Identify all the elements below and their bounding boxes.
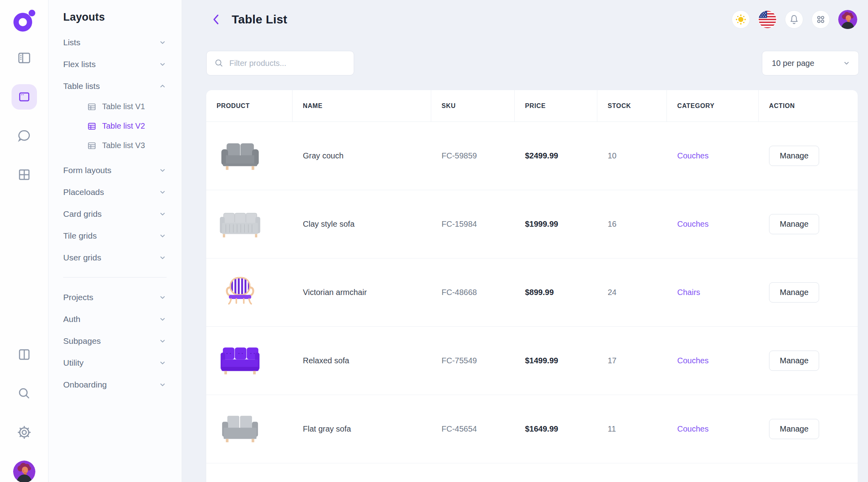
chevron-down-icon [159, 188, 167, 196]
product-sku: FC-75549 [442, 356, 477, 365]
grid-2x2-icon [17, 167, 32, 182]
table-row: Flat gray sofa FC-45654 $1649.99 11 Couc… [206, 395, 858, 463]
language-button[interactable] [758, 10, 777, 29]
chevron-down-icon [159, 166, 167, 174]
filter-products-field [206, 51, 354, 75]
brand-logo-icon [13, 9, 36, 32]
sidebar-item-label: Card grids [63, 209, 102, 219]
rail-user-avatar[interactable] [0, 461, 48, 482]
manage-button[interactable]: Manage [769, 419, 819, 439]
sidebar-item-label: Table list V3 [102, 141, 145, 150]
rail-item-search[interactable] [0, 384, 48, 403]
sidebar-item-utility[interactable]: Utility [63, 352, 167, 374]
avatar [13, 461, 35, 482]
chevron-down-icon [843, 59, 851, 67]
per-page-select[interactable]: 10 per page [762, 51, 859, 75]
sidebar-item-tile-grids[interactable]: Tile grids [63, 225, 167, 247]
column-header-sku: SKU [431, 90, 515, 121]
search-icon [17, 386, 32, 401]
sidebar-item-subpages[interactable]: Subpages [63, 330, 167, 352]
rail-item-chat[interactable] [0, 127, 48, 145]
manage-button[interactable]: Manage [769, 351, 819, 371]
per-page-value: 10 per page [772, 59, 814, 68]
sidebar-item-table-list-v2[interactable]: Table list V2 [63, 116, 167, 136]
product-image-victorian-armchair [217, 274, 263, 311]
manage-button[interactable]: Manage [769, 146, 819, 166]
product-image-clay-style-sofa [217, 206, 263, 243]
product-price: $2499.99 [525, 151, 558, 160]
sidebar-item-lists[interactable]: Lists [63, 31, 167, 53]
settings-gear-icon [17, 425, 32, 440]
sidebar-title: Layouts [63, 11, 167, 23]
product-name: Victorian armchair [303, 288, 367, 297]
category-link[interactable]: Couches [677, 424, 709, 434]
product-stock: 17 [608, 356, 616, 365]
bell-icon [789, 14, 800, 25]
product-stock: 11 [608, 424, 616, 434]
sidebar-item-card-grids[interactable]: Card grids [63, 203, 167, 225]
product-name: Gray couch [303, 151, 343, 160]
table-icon [87, 141, 97, 150]
category-link[interactable]: Couches [677, 151, 709, 160]
table-row-partial [206, 463, 858, 482]
active-rail-highlight [12, 84, 37, 110]
apps-button[interactable] [812, 10, 830, 29]
product-stock: 10 [608, 151, 616, 160]
category-link[interactable]: Couches [677, 356, 709, 365]
sidebar-item-label: Table lists [63, 81, 100, 91]
sidebar-item-label: Placeloads [63, 187, 104, 197]
product-sku: FC-48668 [442, 288, 477, 297]
chevron-down-icon [159, 254, 167, 262]
sidebar-item-label: Tile grids [63, 231, 97, 241]
window-icon [17, 90, 31, 104]
sidebar-item-projects[interactable]: Projects [63, 286, 167, 308]
column-header-stock: STOCK [597, 90, 667, 121]
sidebar-item-onboarding[interactable]: Onboarding [63, 374, 167, 395]
category-link[interactable]: Chairs [677, 288, 700, 297]
chevron-down-icon [159, 293, 167, 301]
back-button[interactable] [209, 11, 223, 28]
sidebar-item-form-layouts[interactable]: Form layouts [63, 159, 167, 181]
product-sku: FC-15984 [442, 220, 477, 229]
sidebar-item-label: Utility [63, 358, 83, 368]
table-row: Clay style sofa FC-15984 $1999.99 16 Cou… [206, 190, 858, 258]
sidebar-item-label: User grids [63, 253, 101, 262]
rail-item-grid[interactable] [0, 166, 48, 184]
us-flag-icon [758, 10, 777, 29]
sidebar-item-label: Onboarding [63, 380, 107, 389]
manage-button[interactable]: Manage [769, 214, 819, 234]
sun-icon [735, 13, 747, 25]
filter-products-input[interactable] [229, 59, 347, 68]
sidebar-item-user-grids[interactable]: User grids [63, 247, 167, 268]
theme-toggle-button[interactable] [732, 10, 750, 29]
product-image-relaxed-sofa [217, 342, 263, 380]
product-image-gray-couch [217, 137, 263, 175]
layouts-sidebar: Layouts Lists Flex lists Table lists Tab… [48, 0, 182, 482]
brand-logo[interactable] [0, 7, 48, 33]
split-columns-icon [17, 347, 32, 362]
category-link[interactable]: Couches [677, 220, 709, 229]
sidebar-item-label: Projects [63, 293, 93, 302]
product-price: $899.99 [525, 288, 554, 297]
user-avatar-button[interactable] [838, 10, 857, 29]
sidebar-item-flex-lists[interactable]: Flex lists [63, 53, 167, 75]
notifications-button[interactable] [785, 10, 803, 29]
chevron-down-icon [159, 210, 167, 218]
sidebar-divider [63, 277, 167, 278]
sidebar-item-table-lists[interactable]: Table lists [63, 75, 167, 97]
sidebar-item-placeloads[interactable]: Placeloads [63, 181, 167, 203]
sidebar-item-table-list-v1[interactable]: Table list V1 [63, 97, 167, 116]
product-stock: 16 [608, 220, 616, 229]
sidebar-item-label: Subpages [63, 336, 101, 346]
product-price: $1499.99 [525, 356, 558, 365]
rail-item-panel[interactable] [0, 49, 48, 67]
rail-item-layouts-active[interactable] [0, 84, 48, 110]
rail-item-columns[interactable] [0, 345, 48, 364]
product-price: $1649.99 [525, 424, 558, 434]
sidebar-item-table-list-v3[interactable]: Table list V3 [63, 136, 167, 155]
avatar-illustration [13, 461, 35, 482]
rail-item-settings[interactable] [0, 423, 48, 442]
product-name: Relaxed sofa [303, 356, 349, 365]
sidebar-item-auth[interactable]: Auth [63, 308, 167, 330]
manage-button[interactable]: Manage [769, 282, 819, 303]
